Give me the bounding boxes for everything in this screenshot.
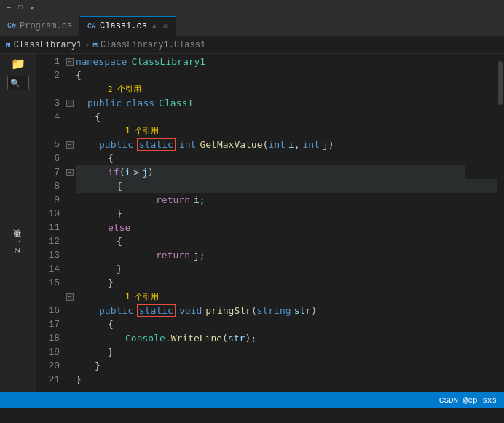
code-line-11: else xyxy=(76,221,497,234)
search-box[interactable]: 🔍 xyxy=(7,76,29,90)
kw-static-16-highlight: static xyxy=(137,304,176,317)
left-panel: 📁 🔍 2 个项目、 xyxy=(0,54,36,392)
breadcrumb-class-icon: ⊞ xyxy=(92,40,98,50)
brace-17: { xyxy=(108,319,114,330)
collapse-1[interactable]: − xyxy=(64,55,76,68)
collapse-3[interactable]: − xyxy=(64,96,76,110)
paren-16b: ) xyxy=(311,305,317,316)
collapse-icon-1[interactable]: − xyxy=(66,58,74,66)
paren-18a: ( xyxy=(222,333,228,344)
scrollbar-thumb[interactable] xyxy=(498,61,503,105)
collapse-ref2 xyxy=(64,124,76,138)
kw-public-16: public xyxy=(99,305,133,316)
status-bar: CSDN @cp_sxs xyxy=(0,392,504,408)
brace-6: { xyxy=(108,153,114,164)
tab-class1[interactable]: C# Class1.cs ✕ ⊕ xyxy=(80,16,176,36)
method-name-16: pringStr xyxy=(205,305,251,316)
collapse-icon-3[interactable]: − xyxy=(66,100,74,107)
comma-5: , xyxy=(294,139,300,150)
breadcrumb-icon: ⊞ xyxy=(6,40,11,50)
breadcrumb-part1[interactable]: ClassLibrary1 xyxy=(14,40,82,50)
collapse-icon-7[interactable]: − xyxy=(66,169,74,176)
tab-bar: C# Program.cs C# Class1.cs ✕ ⊕ xyxy=(0,16,504,36)
linenum-1: 1 xyxy=(54,55,60,68)
if-var-j: j xyxy=(142,167,148,178)
linenum-5: 5 xyxy=(54,138,60,151)
kw-class: class xyxy=(126,98,154,108)
tab-program-icon: C# xyxy=(7,22,16,30)
linenum-16: 16 xyxy=(48,304,60,317)
collapse-icon-5[interactable]: − xyxy=(66,141,74,149)
paren-5a: ( xyxy=(263,139,269,150)
brace-4: { xyxy=(95,111,101,122)
code-line-2: { xyxy=(76,68,497,82)
minimize-button[interactable]: ─ xyxy=(4,4,13,12)
writeline-method: WriteLine xyxy=(171,333,222,344)
code-line-1: namespace ClassLibrary1 xyxy=(76,55,497,68)
param-type-j: int xyxy=(302,139,319,150)
namespace-name: ClassLibrary1 xyxy=(131,56,205,67)
tab-class1-close[interactable]: ✕ xyxy=(152,22,157,31)
brace-19: } xyxy=(108,347,114,357)
tab-separator: ⊕ xyxy=(163,21,168,32)
maximize-button[interactable]: □ xyxy=(16,4,25,12)
ref-hint-1: 2 个引用 xyxy=(108,84,141,95)
tab-program[interactable]: C# Program.cs xyxy=(0,16,80,36)
class-name: Class1 xyxy=(159,98,193,108)
code-content-area[interactable]: namespace ClassLibrary1 { 2 个引用 public c… xyxy=(76,54,497,392)
brace-20: } xyxy=(95,360,101,371)
code-line-21: } xyxy=(76,373,497,387)
project-label: 2 个项目、 xyxy=(12,235,23,253)
linenum-10: 10 xyxy=(48,207,60,221)
param-str-18: str xyxy=(228,333,245,344)
code-line-7: if ( i > j ) xyxy=(76,165,465,179)
collapse-7[interactable]: − xyxy=(64,165,76,179)
code-line-14: } xyxy=(76,262,497,276)
title-bar-buttons[interactable]: ─ □ ✕ xyxy=(4,4,36,12)
if-var-i: i xyxy=(125,167,130,178)
collapse-4 xyxy=(64,110,76,124)
collapse-16[interactable]: − xyxy=(64,290,76,304)
linenum-18: 18 xyxy=(48,331,60,345)
paren-16a: ( xyxy=(251,305,257,316)
method-name-5: GetMaxValue xyxy=(200,139,262,150)
brace-21: } xyxy=(76,374,82,385)
param-type-str: string xyxy=(257,305,291,316)
tab-class1-label: Class1.cs xyxy=(100,21,147,31)
breadcrumb-part2[interactable]: ClassLibrary1.Class1 xyxy=(101,40,205,50)
collapse-ref1 xyxy=(64,82,76,96)
brace-10: } xyxy=(117,208,122,219)
code-line-4: { xyxy=(76,110,497,124)
linenum-21: 21 xyxy=(48,373,60,387)
close-button[interactable]: ✕ xyxy=(28,4,36,12)
collapse-icon-16[interactable]: − xyxy=(66,293,74,301)
scrollbar-track[interactable] xyxy=(497,54,504,392)
param-type-i: int xyxy=(268,139,285,150)
param-str: str xyxy=(294,305,311,316)
semicolon-13: ; xyxy=(200,250,205,261)
breadcrumb-bar: ⊞ ClassLibrary1 › ⊞ ClassLibrary1.Class1 xyxy=(0,36,504,54)
collapse-5[interactable]: − xyxy=(64,138,76,151)
linenum-3: 3 xyxy=(54,96,60,110)
return-val-j: j xyxy=(194,250,200,261)
tab-program-label: Program.cs xyxy=(20,21,72,31)
brace-8: { xyxy=(117,181,122,191)
code-line-3: public class Class1 xyxy=(76,96,497,110)
code-line-12: { xyxy=(76,234,497,248)
kw-namespace: namespace xyxy=(76,56,127,67)
linenum-19: 19 xyxy=(48,345,60,359)
brace-12: { xyxy=(117,236,122,247)
linenum-15: 15 xyxy=(48,276,60,290)
code-line-5: public static int GetMaxValue ( int i , … xyxy=(76,138,497,151)
code-line-8: { xyxy=(76,179,497,193)
param-j: j xyxy=(323,139,328,150)
code-line-ref2: 1 个引用 xyxy=(76,124,497,138)
kw-return-13: return xyxy=(156,250,190,261)
kw-return-9: return xyxy=(156,194,190,205)
kw-int-5: int xyxy=(179,139,196,150)
code-line-9: return i ; xyxy=(76,193,497,207)
collapse-icons-col: − − − − − xyxy=(64,54,76,392)
sidebar-icon-files[interactable]: 📁 xyxy=(11,57,25,71)
code-line-10: } xyxy=(76,207,497,221)
kw-void-16: void xyxy=(179,305,202,316)
